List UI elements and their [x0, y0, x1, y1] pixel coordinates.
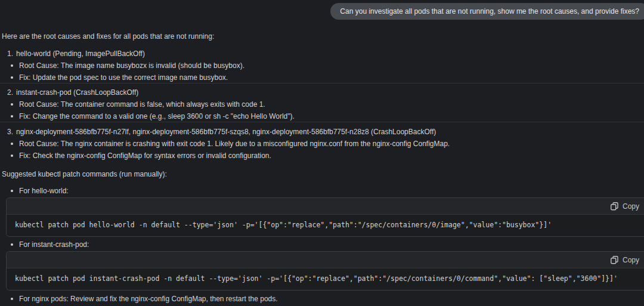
copy-button-label: Copy [623, 202, 639, 211]
fix-text: Fix: Update the pod spec to use the corr… [19, 73, 228, 82]
pod-title-text: nginx-deployment-586bfb775f-n27lf, nginx… [16, 128, 436, 136]
fix-bullet: Fix: Update the pod spec to use the corr… [0, 73, 644, 82]
fix-text: Fix: Change the command to a valid one (… [19, 112, 295, 120]
intro-text: Here are the root causes and fixes for a… [2, 32, 644, 41]
pod-item-nginx-deployment: 3.nginx-deployment-586bfb775f-n27lf, ngi… [0, 128, 644, 160]
pod-title: 3.nginx-deployment-586bfb775f-n27lf, ngi… [0, 128, 644, 136]
bullet-icon [11, 143, 13, 145]
pod-title: 1.hello-world (Pending, ImagePullBackOff… [0, 50, 644, 58]
pod-title: 2.instant-crash-pod (CrashLoopBackOff) [0, 88, 644, 97]
user-message-row: Can you investigate all pods that are no… [0, 0, 644, 20]
bullet-icon [11, 64, 13, 67]
list-number: 2. [7, 88, 13, 97]
patch-label-text: For instant-crash-pod: [19, 240, 89, 249]
pod-title-text: instant-crash-pod (CrashLoopBackOff) [16, 88, 138, 97]
code-command[interactable]: kubectl patch pod instant-crash-pod -n d… [7, 268, 644, 290]
bullet-icon [11, 190, 13, 192]
patch-label-hello-world: For hello-world: [0, 187, 644, 195]
code-block-instant-crash-pod: Copy kubectl patch pod instant-crash-pod… [6, 251, 644, 290]
copy-button[interactable]: Copy [611, 202, 639, 211]
patch-label-instant-crash-pod: For instant-crash-pod: [0, 240, 644, 249]
section-divider [0, 83, 644, 84]
nginx-note-bullet: For nginx pods: Review and fix the nginx… [0, 295, 644, 303]
pod-item-instant-crash-pod: 2.instant-crash-pod (CrashLoopBackOff) R… [0, 88, 644, 122]
list-number: 1. [7, 50, 13, 58]
bullet-icon [11, 115, 13, 118]
bullet-icon [11, 154, 13, 157]
root-cause-text: Root Cause: The nginx container is crash… [19, 140, 450, 148]
root-cause-bullet: Root Cause: The nginx container is crash… [0, 140, 644, 148]
pod-item-hello-world: 1.hello-world (Pending, ImagePullBackOff… [0, 50, 644, 84]
patch-intro-text: Suggested kubectl patch commands (run ma… [2, 170, 644, 178]
patch-label-text: For hello-world: [19, 187, 69, 195]
root-cause-text: Root Cause: The container command is fal… [19, 100, 265, 109]
list-number: 3. [7, 128, 13, 136]
code-block-header: Copy [7, 198, 644, 215]
code-block-hello-world: Copy kubectl patch pod hello-world -n de… [6, 197, 644, 237]
fix-text: Fix: Check the nginx-config ConfigMap fo… [19, 152, 271, 160]
root-cause-text: Root Cause: The image name busybozx is i… [19, 61, 244, 70]
copy-icon [611, 256, 618, 264]
fix-bullet: Fix: Change the command to a valid one (… [0, 112, 644, 120]
root-cause-bullet: Root Cause: The image name busybozx is i… [0, 61, 644, 70]
bullet-icon [11, 243, 13, 246]
code-command[interactable]: kubectl patch pod hello-world -n default… [7, 215, 644, 236]
root-cause-bullet: Root Cause: The container command is fal… [0, 100, 644, 109]
pod-title-text: hello-world (Pending, ImagePullBackOff) [16, 50, 145, 58]
bullet-icon [11, 103, 13, 106]
nginx-note-text: For nginx pods: Review and fix the nginx… [19, 295, 278, 303]
bullet-icon [11, 76, 13, 79]
assistant-message: Here are the root causes and fixes for a… [0, 32, 644, 306]
user-message-bubble: Can you investigate all pods that are no… [330, 3, 644, 20]
section-divider [0, 122, 644, 122]
bullet-icon [11, 298, 13, 300]
copy-button-label: Copy [623, 256, 639, 264]
fix-bullet: Fix: Check the nginx-config ConfigMap fo… [0, 152, 644, 160]
code-block-header: Copy [7, 252, 644, 268]
copy-button[interactable]: Copy [611, 256, 639, 264]
copy-icon [611, 202, 618, 211]
